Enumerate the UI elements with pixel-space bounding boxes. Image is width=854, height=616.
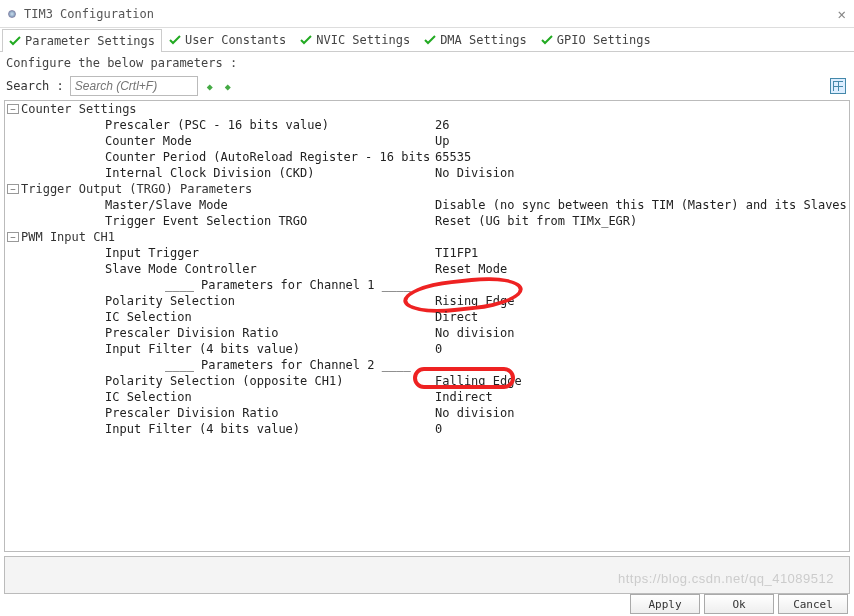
- tab-strip: Parameter Settings User Constants NVIC S…: [0, 28, 854, 52]
- search-next-icon[interactable]: ◆: [222, 80, 234, 92]
- tab-label: GPIO Settings: [557, 33, 651, 47]
- collapse-icon[interactable]: −: [7, 104, 19, 114]
- tab-user-constants[interactable]: User Constants: [162, 28, 293, 51]
- param-value[interactable]: Rising Edge: [435, 294, 849, 308]
- param-label: Polarity Selection: [5, 294, 435, 308]
- param-row[interactable]: Internal Clock Division (CKD)No Division: [5, 165, 849, 181]
- section-header-pwm[interactable]: − PWM Input CH1: [5, 229, 849, 245]
- section-title: Counter Settings: [21, 102, 137, 116]
- param-row-polarity-ch2[interactable]: Polarity Selection (opposite CH1) Fallin…: [5, 373, 849, 389]
- param-row[interactable]: Counter Period (AutoReload Register - 16…: [5, 149, 849, 165]
- param-value[interactable]: Up: [435, 134, 849, 148]
- param-value[interactable]: 65535: [435, 150, 849, 164]
- param-label: IC Selection: [5, 310, 435, 324]
- instruction-text: Configure the below parameters :: [0, 52, 854, 74]
- parameter-tree: − Counter Settings Prescaler (PSC - 16 b…: [4, 100, 850, 552]
- param-row[interactable]: IC SelectionDirect: [5, 309, 849, 325]
- param-row[interactable]: Counter ModeUp: [5, 133, 849, 149]
- param-row[interactable]: Prescaler (PSC - 16 bits value)26: [5, 117, 849, 133]
- param-row[interactable]: Master/Slave ModeDisable (no sync betwee…: [5, 197, 849, 213]
- param-value[interactable]: No division: [435, 406, 849, 420]
- grid-view-icon[interactable]: [830, 78, 846, 94]
- param-value[interactable]: 0: [435, 422, 849, 436]
- window-title: TIM3 Configuration: [24, 7, 154, 21]
- section-title: PWM Input CH1: [21, 230, 115, 244]
- collapse-icon[interactable]: −: [7, 184, 19, 194]
- param-value[interactable]: No division: [435, 326, 849, 340]
- tab-label: NVIC Settings: [316, 33, 410, 47]
- param-label: Input Filter (4 bits value): [5, 422, 435, 436]
- search-input[interactable]: [70, 76, 198, 96]
- param-label: Slave Mode Controller: [5, 262, 435, 276]
- close-icon[interactable]: ✕: [838, 6, 846, 22]
- apply-button[interactable]: Apply: [630, 594, 700, 614]
- param-label: IC Selection: [5, 390, 435, 404]
- param-value[interactable]: Falling Edge: [435, 374, 849, 388]
- collapse-icon[interactable]: −: [7, 232, 19, 242]
- param-value[interactable]: Reset Mode: [435, 262, 849, 276]
- check-icon: [300, 34, 312, 46]
- param-label: Prescaler Division Ratio: [5, 406, 435, 420]
- param-label: Trigger Event Selection TRGO: [5, 214, 435, 228]
- check-icon: [424, 34, 436, 46]
- tab-label: Parameter Settings: [25, 34, 155, 48]
- section-header-trigger[interactable]: − Trigger Output (TRGO) Parameters: [5, 181, 849, 197]
- param-label: Master/Slave Mode: [5, 198, 435, 212]
- param-label: Counter Period (AutoReload Register - 16…: [5, 150, 435, 164]
- param-label: Input Filter (4 bits value): [5, 342, 435, 356]
- section-title: Trigger Output (TRGO) Parameters: [21, 182, 252, 196]
- param-label: Prescaler (PSC - 16 bits value): [5, 118, 435, 132]
- param-row[interactable]: Prescaler Division RatioNo division: [5, 405, 849, 421]
- param-group-label: ____ Parameters for Channel 1 ____: [5, 278, 435, 292]
- title-bar: TIM3 Configuration ✕: [0, 0, 854, 28]
- param-label: Internal Clock Division (CKD): [5, 166, 435, 180]
- tab-gpio-settings[interactable]: GPIO Settings: [534, 28, 658, 51]
- param-label: Input Trigger: [5, 246, 435, 260]
- param-value[interactable]: Direct: [435, 310, 849, 324]
- param-group-label: ____ Parameters for Channel 2 ____: [5, 358, 435, 372]
- param-value[interactable]: 26: [435, 118, 849, 132]
- ok-button[interactable]: Ok: [704, 594, 774, 614]
- param-row-polarity-ch1[interactable]: Polarity Selection Rising Edge: [5, 293, 849, 309]
- param-value[interactable]: No Division: [435, 166, 849, 180]
- param-label: Polarity Selection (opposite CH1): [5, 374, 435, 388]
- param-value[interactable]: Disable (no sync between this TIM (Maste…: [435, 198, 849, 212]
- search-prev-icon[interactable]: ◆: [204, 80, 216, 92]
- param-row[interactable]: Input Filter (4 bits value)0: [5, 341, 849, 357]
- param-row[interactable]: Prescaler Division RatioNo division: [5, 325, 849, 341]
- param-row[interactable]: Trigger Event Selection TRGOReset (UG bi…: [5, 213, 849, 229]
- param-group-ch2: ____ Parameters for Channel 2 ____: [5, 357, 849, 373]
- param-group-ch1: ____ Parameters for Channel 1 ____: [5, 277, 849, 293]
- param-row[interactable]: Input Filter (4 bits value)0: [5, 421, 849, 437]
- check-icon: [9, 35, 21, 47]
- app-icon: [8, 10, 16, 18]
- section-header-counter[interactable]: − Counter Settings: [5, 101, 849, 117]
- tab-label: User Constants: [185, 33, 286, 47]
- tab-nvic-settings[interactable]: NVIC Settings: [293, 28, 417, 51]
- tab-parameter-settings[interactable]: Parameter Settings: [2, 29, 162, 52]
- param-label: Prescaler Division Ratio: [5, 326, 435, 340]
- param-row[interactable]: IC SelectionIndirect: [5, 389, 849, 405]
- tab-label: DMA Settings: [440, 33, 527, 47]
- dialog-buttons: Apply Ok Cancel: [630, 592, 854, 616]
- param-label: Counter Mode: [5, 134, 435, 148]
- param-value[interactable]: 0: [435, 342, 849, 356]
- cancel-button[interactable]: Cancel: [778, 594, 848, 614]
- check-icon: [169, 34, 181, 46]
- description-panel: [4, 556, 850, 594]
- param-value[interactable]: Reset (UG bit from TIMx_EGR): [435, 214, 849, 228]
- param-value[interactable]: Indirect: [435, 390, 849, 404]
- param-value[interactable]: TI1FP1: [435, 246, 849, 260]
- param-row[interactable]: Input Trigger TI1FP1: [5, 245, 849, 261]
- search-row: Search : ◆ ◆: [0, 74, 854, 100]
- tab-dma-settings[interactable]: DMA Settings: [417, 28, 534, 51]
- check-icon: [541, 34, 553, 46]
- param-row[interactable]: Slave Mode ControllerReset Mode: [5, 261, 849, 277]
- search-label: Search :: [6, 79, 64, 93]
